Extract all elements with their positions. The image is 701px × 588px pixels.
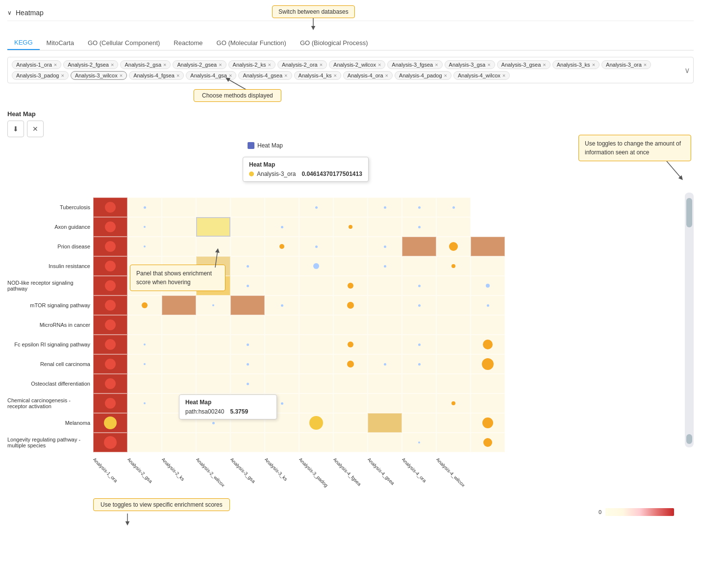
- heatmap-cell[interactable]: [402, 217, 436, 237]
- heatmap-cell[interactable]: [230, 354, 265, 374]
- heatmap-scrollbar[interactable]: [685, 193, 694, 447]
- heatmap-cell[interactable]: [265, 237, 299, 256]
- heatmap-cell[interactable]: [196, 315, 230, 335]
- heatmap-cell[interactable]: [127, 237, 162, 256]
- heatmap-cell[interactable]: [368, 413, 402, 433]
- tag-analysis-2-wilcox[interactable]: Analysis-2_wilcox ×: [329, 60, 385, 69]
- heatmap-cell[interactable]: [127, 413, 162, 433]
- heatmap-cell[interactable]: [471, 393, 505, 413]
- heatmap-cell[interactable]: [436, 433, 471, 452]
- heatmap-cell[interactable]: [333, 374, 368, 393]
- heatmap-cell[interactable]: [471, 315, 505, 335]
- heatmap-cell-highlighted[interactable]: [196, 217, 230, 237]
- heatmap-cell[interactable]: [402, 374, 436, 393]
- heatmap-cell[interactable]: [368, 276, 402, 295]
- tags-expand-icon[interactable]: ∨: [684, 66, 690, 75]
- heatmap-cell[interactable]: [402, 315, 436, 335]
- heatmap-cell[interactable]: [368, 393, 402, 413]
- tag-analysis-2-gsa[interactable]: Analysis-2_gsa ×: [120, 60, 171, 69]
- tag-analysis-2-fgsea[interactable]: Analysis-2_fgsea ×: [63, 60, 118, 69]
- tag-analysis-4-ora[interactable]: Analysis-4_ora ×: [343, 71, 393, 80]
- heatmap-cell[interactable]: [196, 295, 230, 315]
- heatmap-cell[interactable]: [436, 413, 471, 433]
- heatmap-cell[interactable]: [299, 374, 333, 393]
- heatmap-cell[interactable]: [127, 197, 162, 217]
- heatmap-cell[interactable]: [127, 315, 162, 335]
- heatmap-cell[interactable]: [368, 354, 402, 374]
- tag-analysis-2-gsea[interactable]: Analysis-2_gsea ×: [173, 60, 226, 69]
- heatmap-cell[interactable]: [333, 276, 368, 295]
- tag-analysis-1-ora[interactable]: Analysis-1_ora ×: [12, 60, 61, 69]
- tag-analysis-4-wilcox[interactable]: Analysis-4_wilcox ×: [453, 71, 510, 80]
- heatmap-cell[interactable]: [368, 433, 402, 452]
- heatmap-cell[interactable]: [436, 335, 471, 354]
- heatmap-cell[interactable]: [402, 256, 436, 276]
- heatmap-cell[interactable]: [333, 354, 368, 374]
- heatmap-cell[interactable]: [196, 335, 230, 354]
- heatmap-cell[interactable]: [333, 335, 368, 354]
- heatmap-cell[interactable]: [230, 374, 265, 393]
- heatmap-cell[interactable]: [93, 276, 127, 295]
- heatmap-cell[interactable]: [127, 335, 162, 354]
- heatmap-cell[interactable]: [299, 433, 333, 452]
- heatmap-cell[interactable]: [436, 237, 471, 256]
- tag-analysis-3-ks[interactable]: Analysis-3_ks ×: [552, 60, 600, 69]
- heatmap-cell[interactable]: [299, 237, 333, 256]
- heatmap-cell[interactable]: [196, 197, 230, 217]
- heatmap-cell[interactable]: [299, 256, 333, 276]
- heatmap-cell[interactable]: [368, 197, 402, 217]
- heatmap-cell[interactable]: [162, 217, 196, 237]
- heatmap-cell[interactable]: [93, 335, 127, 354]
- heatmap-cell[interactable]: [368, 237, 402, 256]
- heatmap-cell[interactable]: [265, 256, 299, 276]
- heatmap-cell[interactable]: [299, 315, 333, 335]
- heatmap-cell[interactable]: [265, 354, 299, 374]
- heatmap-cell[interactable]: [265, 295, 299, 315]
- heatmap-cell[interactable]: [368, 217, 402, 237]
- heatmap-cell[interactable]: [471, 413, 505, 433]
- heatmap-cell[interactable]: [471, 256, 505, 276]
- heatmap-cell[interactable]: [162, 315, 196, 335]
- heatmap-cell[interactable]: [299, 217, 333, 237]
- heatmap-cell[interactable]: [402, 276, 436, 295]
- tag-analysis-4-ks[interactable]: Analysis-4_ks ×: [294, 71, 341, 80]
- tag-analysis-3-gsea[interactable]: Analysis-3_gsea ×: [497, 60, 551, 69]
- heatmap-cell[interactable]: [436, 295, 471, 315]
- heatmap-cell[interactable]: [333, 393, 368, 413]
- heatmap-cell[interactable]: [299, 295, 333, 315]
- scrollbar-thumb[interactable]: [686, 198, 692, 227]
- heatmap-cell[interactable]: [93, 433, 127, 452]
- tab-go-biological[interactable]: GO (Biological Process): [293, 36, 375, 50]
- heatmap-cell[interactable]: [93, 256, 127, 276]
- heatmap-cell[interactable]: [127, 295, 162, 315]
- tab-mitocarta[interactable]: MitoCarta: [40, 36, 81, 50]
- heatmap-cell[interactable]: [230, 433, 265, 452]
- heatmap-cell[interactable]: [299, 393, 333, 413]
- heatmap-cell[interactable]: [333, 237, 368, 256]
- heatmap-cell[interactable]: [436, 354, 471, 374]
- heatmap-cell[interactable]: [436, 315, 471, 335]
- heatmap-cell[interactable]: [299, 335, 333, 354]
- tag-analysis-3-fgsea[interactable]: Analysis-3_fgsea ×: [387, 60, 442, 69]
- tab-go-molecular[interactable]: GO (Molecular Function): [210, 36, 293, 50]
- heatmap-cell[interactable]: [333, 433, 368, 452]
- heatmap-cell[interactable]: [402, 433, 436, 452]
- heatmap-cell[interactable]: [162, 354, 196, 374]
- heatmap-cell[interactable]: [93, 217, 127, 237]
- heatmap-cell[interactable]: [368, 374, 402, 393]
- heatmap-cell[interactable]: [196, 354, 230, 374]
- heatmap-cell[interactable]: [333, 315, 368, 335]
- heatmap-cell[interactable]: [230, 197, 265, 217]
- heatmap-cell[interactable]: [402, 393, 436, 413]
- heatmap-cell[interactable]: [162, 295, 196, 315]
- heatmap-cell[interactable]: [402, 295, 436, 315]
- heatmap-cell[interactable]: [93, 197, 127, 217]
- heatmap-cell[interactable]: [265, 315, 299, 335]
- heatmap-cell[interactable]: [402, 335, 436, 354]
- heatmap-cell[interactable]: [93, 354, 127, 374]
- tag-analysis-2-ora[interactable]: Analysis-2_ora ×: [277, 60, 327, 69]
- heatmap-cell[interactable]: [333, 256, 368, 276]
- heatmap-cell[interactable]: [333, 295, 368, 315]
- heatmap-cell[interactable]: [402, 197, 436, 217]
- heatmap-cell[interactable]: [471, 295, 505, 315]
